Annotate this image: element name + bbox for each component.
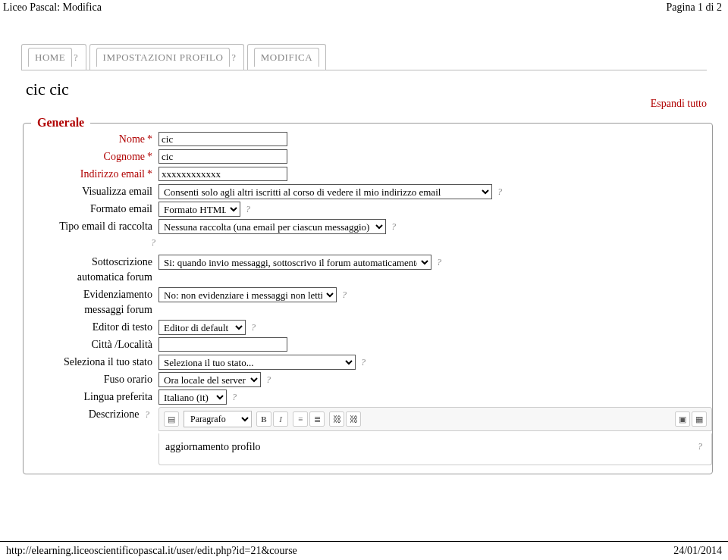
select-stato[interactable]: Seleziona il tuo stato...: [158, 355, 356, 370]
label-formato-email: Formato email: [24, 202, 158, 217]
help-icon[interactable]: ?: [358, 357, 369, 368]
list-icon[interactable]: ≡: [293, 411, 308, 427]
page-title: cic cic: [26, 80, 705, 99]
help-icon[interactable]: ?: [148, 237, 158, 249]
footer-date: 24/01/2014: [673, 545, 722, 557]
help-icon[interactable]: ?: [494, 186, 505, 198]
label-visualizza-email: Visualizza email: [24, 184, 158, 199]
select-visualizza-email[interactable]: Consenti solo agli altri iscritti al cor…: [158, 184, 492, 199]
fieldset-generale: Generale Nome* Cognome* Indirizzo email*: [23, 116, 713, 474]
select-evidenziamento[interactable]: No: non evidenziare i messaggi non letti: [158, 287, 337, 302]
italic-icon[interactable]: I: [273, 411, 288, 427]
tab-home[interactable]: HOME?: [21, 44, 86, 70]
help-icon[interactable]: ?: [248, 322, 259, 333]
tab-edit[interactable]: MODIFICA: [247, 44, 326, 70]
bold-icon[interactable]: B: [256, 411, 271, 427]
input-citta[interactable]: [158, 337, 287, 352]
print-footer: http://elearning.liceoscientificopascal.…: [0, 545, 728, 557]
expand-all-link[interactable]: Espandi tutto: [651, 98, 707, 110]
editor-toolbar: ▤ Paragrafo B I ≡ ≣ ⛓ ⛓̷: [158, 407, 712, 431]
numlist-icon[interactable]: ≣: [309, 411, 325, 427]
footer-divider: [0, 541, 728, 542]
toolbar-paragraph-select[interactable]: Paragrafo: [184, 411, 252, 427]
select-tipo-raccolta[interactable]: Nessuna raccolta (una email per ciascun …: [158, 219, 386, 234]
help-icon[interactable]: ?: [388, 221, 399, 233]
help-icon[interactable]: ?: [142, 407, 152, 422]
help-icon[interactable]: ?: [434, 257, 444, 268]
select-editor-testo[interactable]: Editor di default: [158, 320, 246, 335]
label-sottoscrizione: Sottoscrizione automatica forum: [24, 255, 158, 285]
label-editor-testo: Editor di testo: [24, 320, 158, 335]
select-lingua[interactable]: Italiano (it): [158, 389, 227, 405]
label-email: Indirizzo email*: [24, 167, 158, 182]
input-cognome[interactable]: [158, 149, 287, 164]
label-descrizione: Descrizione ?: [24, 407, 158, 422]
image-icon[interactable]: ▣: [675, 411, 690, 427]
tab-settings[interactable]: IMPOSTAZIONI PROFILO?: [89, 44, 245, 70]
help-icon[interactable]: ?: [72, 52, 80, 64]
select-formato-email[interactable]: Formato HTML: [158, 202, 240, 217]
help-icon[interactable]: ?: [263, 374, 274, 386]
help-icon[interactable]: ?: [243, 204, 253, 215]
help-icon[interactable]: ?: [695, 441, 705, 452]
editor-content: aggiornamento profilo: [165, 441, 261, 453]
header-title: Liceo Pascal: Modifica: [3, 2, 102, 14]
editor-body[interactable]: aggiornamento profilo ?: [158, 433, 712, 465]
label-fuso: Fuso orario: [24, 372, 158, 387]
select-sottoscrizione[interactable]: Si: quando invio messaggi, sottoscrivo i…: [158, 255, 431, 270]
help-icon[interactable]: ?: [339, 289, 350, 301]
media-icon[interactable]: ▦: [692, 411, 707, 427]
input-email[interactable]: [158, 167, 287, 181]
legend-generale[interactable]: Generale: [31, 116, 90, 130]
print-header: Liceo Pascal: Modifica Pagina 1 di 2: [0, 0, 728, 14]
unlink-icon[interactable]: ⛓̷: [346, 411, 361, 427]
content-area: cic cic Espandi tutto Generale Nome* Cog…: [21, 70, 707, 474]
label-lingua: Lingua preferita: [24, 389, 158, 405]
label-nome: Nome*: [24, 132, 158, 147]
page-indicator: Pagina 1 di 2: [667, 2, 723, 14]
help-icon[interactable]: ?: [229, 392, 240, 403]
input-nome[interactable]: [158, 132, 287, 146]
label-evidenziamento: Evidenziamento messaggi forum: [24, 287, 158, 318]
label-cognome: Cognome*: [24, 149, 158, 164]
label-stato: Seleziona il tuo stato: [24, 355, 158, 370]
help-icon[interactable]: ?: [230, 52, 237, 64]
label-tipo-raccolta: Tipo email di raccolta: [24, 219, 158, 234]
tab-bar: HOME? IMPOSTAZIONI PROFILO? MODIFICA: [21, 44, 728, 70]
toolbar-expand-icon[interactable]: ▤: [164, 411, 179, 427]
link-icon[interactable]: ⛓: [329, 411, 344, 427]
label-citta: Città /Località: [24, 337, 158, 352]
footer-url: http://elearning.liceoscientificopascal.…: [6, 545, 297, 557]
select-fuso[interactable]: Ora locale del server: [158, 372, 261, 387]
